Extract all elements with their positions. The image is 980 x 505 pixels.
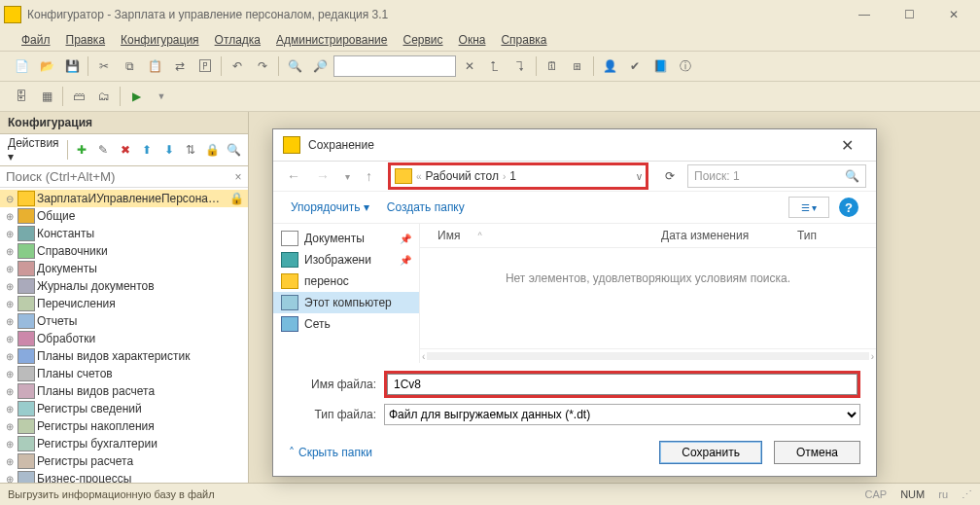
expand-icon[interactable]: ⊕: [4, 211, 16, 222]
tree-item[interactable]: ⊕Журналы документов: [0, 277, 248, 295]
expand-icon[interactable]: ⊕: [4, 456, 16, 467]
menu-edit[interactable]: Правка: [60, 31, 112, 49]
expand-icon[interactable]: ⊕: [4, 351, 16, 362]
tb-zoom-icon[interactable]: 🔎: [308, 55, 332, 77]
close-button[interactable]: ✕: [931, 0, 976, 29]
tree-item[interactable]: ⊕Отчеты: [0, 312, 248, 330]
tree-item[interactable]: ⊕Планы видов характеристик: [0, 347, 248, 365]
tb-help-icon[interactable]: ⓘ: [674, 55, 697, 77]
col-date[interactable]: Дата изменения: [661, 229, 797, 242]
expand-icon[interactable]: ⊕: [4, 299, 16, 309]
dialog-help-icon[interactable]: ?: [839, 198, 858, 217]
tree-item[interactable]: ⊕Планы видов расчета: [0, 382, 248, 400]
tb-prev-icon[interactable]: ⮤: [483, 55, 507, 77]
tb-paste-icon[interactable]: 📋: [143, 55, 166, 77]
path-part-0[interactable]: Рабочий стол: [426, 169, 499, 183]
tb-next-icon[interactable]: ⮧: [508, 55, 532, 77]
tree-item[interactable]: ⊕Регистры сведений: [0, 400, 248, 417]
collapse-icon[interactable]: ⊖: [4, 194, 16, 204]
place-item[interactable]: Сеть: [273, 313, 419, 335]
expand-icon[interactable]: ⊕: [4, 246, 16, 257]
sa-edit-icon[interactable]: ✎: [93, 139, 113, 161]
maximize-button[interactable]: ☐: [887, 0, 931, 29]
tb-compare-icon[interactable]: ⇄: [168, 55, 192, 77]
filename-input[interactable]: [387, 374, 858, 395]
tb-clear-icon[interactable]: ✕: [458, 55, 481, 77]
menu-admin[interactable]: Администрирование: [270, 31, 393, 49]
minimize-button[interactable]: —: [842, 0, 887, 29]
tb-save-icon[interactable]: 💾: [60, 55, 84, 77]
place-item[interactable]: Изображени📌: [273, 249, 419, 271]
menu-file[interactable]: Файл: [16, 31, 56, 49]
nav-recent-icon[interactable]: ▾: [341, 171, 354, 182]
tb2-grid-icon[interactable]: ▦: [35, 86, 58, 107]
menu-service[interactable]: Сервис: [397, 31, 448, 49]
expand-icon[interactable]: ⊕: [4, 386, 16, 397]
tb-copy-icon[interactable]: ⧉: [118, 55, 141, 77]
tb-calc-icon[interactable]: 🗉: [566, 55, 589, 77]
tree-item[interactable]: ⊕Документы: [0, 260, 248, 277]
tree-item[interactable]: ⊕Регистры накопления: [0, 417, 248, 435]
tb2-tree2-icon[interactable]: 🗂: [92, 86, 116, 107]
tb-user-icon[interactable]: 👤: [598, 55, 621, 77]
config-tree[interactable]: ⊖ ЗарплатаИУправлениеПерсонал... 🔒 ⊕Общи…: [0, 188, 248, 483]
tree-item[interactable]: ⊕Перечисления: [0, 295, 248, 312]
tb2-run-drop-icon[interactable]: ▼: [150, 86, 173, 107]
nav-fwd-icon[interactable]: →: [312, 168, 333, 184]
sa-add-icon[interactable]: ✚: [72, 139, 91, 161]
nav-back-icon[interactable]: ←: [283, 168, 304, 184]
expand-icon[interactable]: ⊕: [4, 334, 16, 344]
sidebar-search-close-icon[interactable]: ×: [228, 170, 248, 184]
sa-down-icon[interactable]: ⬇: [158, 139, 178, 161]
menu-debug[interactable]: Отладка: [209, 31, 266, 49]
organize-button[interactable]: Упорядочить ▾: [291, 200, 369, 214]
place-item[interactable]: перенос: [273, 271, 419, 292]
tb2-run-icon[interactable]: ▶: [124, 86, 148, 107]
dialog-search[interactable]: Поиск: 1 🔍: [687, 164, 866, 188]
col-type[interactable]: Тип: [797, 229, 876, 242]
tree-item[interactable]: ⊕Обработки: [0, 330, 248, 347]
tb-book-icon[interactable]: 📘: [648, 55, 672, 77]
tree-item[interactable]: ⊕Бизнес-процессы: [0, 470, 248, 483]
tree-item[interactable]: ⊕Константы: [0, 225, 248, 242]
tree-root[interactable]: ⊖ ЗарплатаИУправлениеПерсонал... 🔒: [0, 190, 248, 207]
save-button[interactable]: Сохранить: [659, 441, 762, 464]
tb2-db-icon[interactable]: 🗄: [10, 86, 33, 107]
file-columns[interactable]: Имя^ Дата изменения Тип: [420, 224, 876, 248]
toolbar-search-input[interactable]: [333, 55, 456, 77]
menu-help[interactable]: Справка: [495, 31, 552, 49]
expand-icon[interactable]: ⊕: [4, 369, 16, 379]
expand-icon[interactable]: ⊕: [4, 404, 16, 415]
nav-up-icon[interactable]: ↑: [362, 168, 376, 184]
menu-config[interactable]: Конфигурация: [115, 31, 205, 49]
tb-new-icon[interactable]: 📄: [10, 55, 33, 77]
sa-sort-icon[interactable]: ⇅: [181, 139, 200, 161]
sa-up-icon[interactable]: ⬆: [137, 139, 157, 161]
place-item[interactable]: Документы📌: [273, 228, 419, 249]
tb-undo-icon[interactable]: ↶: [226, 55, 249, 77]
sa-del-icon[interactable]: ✖: [115, 139, 134, 161]
expand-icon[interactable]: ⊕: [4, 264, 16, 274]
tb2-tree1-icon[interactable]: 🗃: [67, 86, 90, 107]
tb-find-icon[interactable]: 🔍: [283, 55, 306, 77]
tree-item[interactable]: ⊕Регистры расчета: [0, 452, 248, 470]
view-mode-button[interactable]: ☰ ▾: [788, 197, 829, 218]
path-dropdown-icon[interactable]: v: [637, 171, 642, 182]
expand-icon[interactable]: ⊕: [4, 439, 16, 450]
tree-item[interactable]: ⊕Регистры бухгалтерии: [0, 435, 248, 452]
sa-lock-icon[interactable]: 🔒: [202, 139, 222, 161]
sa-find-icon[interactable]: 🔍: [225, 139, 244, 161]
place-item[interactable]: Этот компьютер: [273, 292, 419, 313]
horiz-scrollbar[interactable]: ‹›: [420, 348, 876, 363]
tb-cut-icon[interactable]: ✂: [92, 55, 116, 77]
path-breadcrumb[interactable]: « Рабочий стол › 1 v: [388, 162, 648, 190]
tree-item[interactable]: ⊕Общие: [0, 207, 248, 225]
new-folder-button[interactable]: Создать папку: [387, 200, 465, 214]
expand-icon[interactable]: ⊕: [4, 316, 16, 327]
sidebar-search-input[interactable]: [0, 166, 228, 187]
sidebar-actions-drop[interactable]: Действия ▾: [4, 136, 63, 163]
tb-print-icon[interactable]: 🄿: [193, 55, 217, 77]
hide-folders-toggle[interactable]: ˄ Скрыть папки: [289, 446, 372, 459]
cancel-button[interactable]: Отмена: [774, 441, 860, 464]
tree-item[interactable]: ⊕Планы счетов: [0, 365, 248, 382]
